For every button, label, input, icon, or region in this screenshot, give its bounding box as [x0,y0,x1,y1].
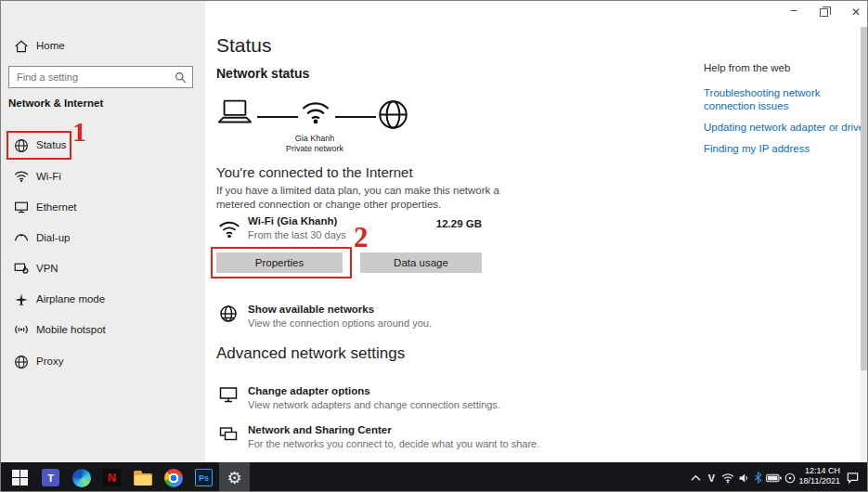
sidebar-item-label: Wi-Fi [36,171,61,182]
dialup-icon [14,231,29,246]
laptop-icon [217,99,253,128]
help-link-finding-ip[interactable]: Finding my IP address [704,142,868,155]
minimize-button[interactable]: – [784,4,804,17]
clock-time: 12:14 CH [796,466,840,476]
sidebar-item-airplane-mode[interactable]: Airplane mode [1,286,205,314]
taskbar-settings[interactable]: ⚙ [219,462,250,492]
bluetooth-icon [754,472,762,484]
sidebar-item-status[interactable]: Status [1,132,205,160]
internet-globe-icon [378,99,408,134]
start-button[interactable] [5,462,35,492]
clock-date: 18/11/2021 [796,476,840,486]
wifi-connection-name: Wi-Fi (Gia Khanh) [248,215,337,227]
battery-icon [766,473,782,483]
netflix-icon: N [103,469,121,486]
sidebar-item-dialup[interactable]: Dial-up [1,225,205,252]
help-link-updating-adapter[interactable]: Updating network adapter or driver [704,121,868,134]
show-available-networks-row[interactable]: Show available networks View the connect… [213,298,491,337]
vpn-icon [14,262,29,277]
change-adapter-options-row[interactable]: Change adapter options View network adap… [213,380,528,419]
airplane-icon [14,292,29,307]
row-title: Change adapter options [248,385,370,396]
restore-button[interactable] [820,8,828,17]
edge-icon [72,469,91,487]
gear-icon: ⚙ [227,470,241,486]
network-sharing-center-row[interactable]: Network and Sharing Center For the netwo… [213,419,547,458]
ethernet-icon [14,201,29,215]
diagram-connector [257,116,298,118]
taskbar-clock[interactable]: 12:14 CH 18/11/2021 [796,466,840,486]
network-status-heading: Network status [216,66,309,81]
tray-bluetooth[interactable] [751,462,764,492]
available-networks-icon [219,304,238,323]
connected-status-description: If you have a limited data plan, you can… [216,184,526,212]
tray-volume[interactable] [736,462,751,492]
tray-wifi[interactable] [720,462,735,492]
taskbar: T N Ps ⚙ V [1,462,868,492]
proxy-icon [14,355,29,369]
tray-battery[interactable] [765,462,783,492]
notification-icon [846,471,860,485]
annotation-number-2: 2 [354,221,369,254]
search-box [8,66,193,88]
close-button[interactable]: ✕ [846,6,866,19]
tray-unikey[interactable]: V [705,462,719,492]
row-subtitle: View network adapters and change connect… [248,399,500,410]
advanced-settings-heading: Advanced network settings [216,344,405,363]
taskbar-chrome[interactable] [158,462,188,492]
sidebar-item-label: Status [36,139,67,150]
taskbar-netflix[interactable]: N [97,462,127,492]
taskbar-edge[interactable] [66,462,97,492]
teams-icon: T [42,469,59,486]
sidebar-item-proxy[interactable]: Proxy [1,348,205,376]
sidebar-item-mobile-hotspot[interactable]: Mobile hotspot [1,317,205,344]
folder-icon [134,473,152,486]
sidebar-item-home[interactable]: Home [1,32,205,60]
sidebar-section-title: Network & Internet [8,97,103,109]
help-links: Troubleshooting network connection issue… [704,86,868,163]
hotspot-icon [14,323,29,338]
wifi-icon [14,170,29,185]
data-usage-button[interactable]: Data usage [360,252,482,273]
network-type: Private network [270,144,359,154]
sidebar-item-vpn[interactable]: VPN [1,255,205,283]
row-title: Show available networks [248,304,374,315]
sidebar-item-label: VPN [36,263,58,274]
windows-logo-icon [12,470,28,486]
properties-button[interactable]: Properties [216,252,343,273]
sidebar-item-wifi[interactable]: Wi-Fi [1,163,205,191]
wifi-icon [218,220,240,242]
chrome-icon [164,469,183,487]
action-center-button[interactable] [846,471,860,488]
sidebar-item-label: Proxy [36,356,63,367]
tray-chevron-up[interactable] [688,462,703,492]
sidebar-item-label: Home [36,40,65,51]
tray-app-icon [784,473,796,484]
sharing-center-icon [219,425,238,444]
row-subtitle: For the networks you connect to, decide … [248,438,539,449]
help-link-troubleshooting[interactable]: Troubleshooting network connection issue… [704,86,868,112]
adapter-monitor-icon [219,386,238,405]
sidebar-item-label: Ethernet [36,201,76,213]
scrollbar-thumb[interactable] [861,27,867,370]
home-icon [14,39,29,54]
sidebar-item-label: Dial-up [36,232,70,243]
wifi-icon [721,473,734,484]
taskbar-file-explorer[interactable] [127,462,158,492]
network-name: Gia Khanh [270,134,359,144]
chevron-up-icon [691,474,701,482]
diagram-connector [335,116,376,118]
sidebar: Home Network & Internet Status Wi-Fi [1,1,205,462]
taskbar-photoshop[interactable]: Ps [188,462,219,492]
connected-status-title: You're connected to the Internet [216,164,413,180]
taskbar-teams[interactable]: T [35,462,66,492]
sidebar-item-label: Airplane mode [36,293,105,304]
search-input[interactable] [8,66,193,88]
scrollbar[interactable] [861,27,867,462]
connection-caption: Gia Khanh Private network [270,134,359,154]
sidebar-item-ethernet[interactable]: Ethernet [1,194,205,222]
search-icon[interactable] [175,71,187,83]
row-subtitle: View the connection options around you. [248,317,432,329]
tray-app[interactable] [783,462,797,492]
sidebar-item-label: Mobile hotspot [36,324,106,335]
